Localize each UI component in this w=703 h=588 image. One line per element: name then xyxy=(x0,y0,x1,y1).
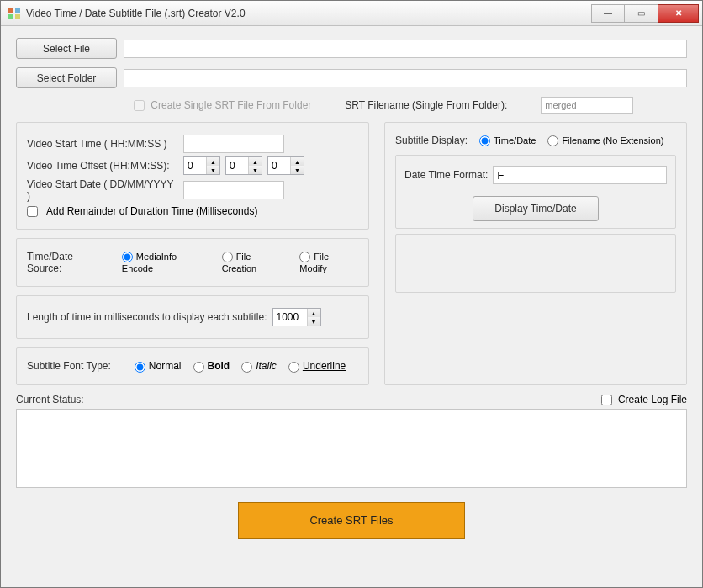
current-status-label: Current Status: xyxy=(16,394,84,405)
offset-s-up[interactable]: ▲ xyxy=(291,157,304,166)
display-timedate-label[interactable]: Time/Date xyxy=(494,135,536,146)
display-len-up[interactable]: ▲ xyxy=(308,309,320,317)
display-length-label: Length of time in milliseconds to displa… xyxy=(27,311,267,323)
offset-seconds-input[interactable] xyxy=(268,157,290,174)
source-creation-radio[interactable] xyxy=(222,252,233,262)
single-srt-row: Create Single SRT File From Folder SRT F… xyxy=(16,97,687,114)
font-bold-radio[interactable] xyxy=(193,362,204,373)
video-start-time-input[interactable] xyxy=(183,135,284,153)
maximize-button[interactable]: ▭ xyxy=(625,4,658,23)
date-time-format-input[interactable] xyxy=(493,166,667,184)
source-panel: Time/Date Source: MediaInfo Encode File … xyxy=(16,238,369,287)
offset-minutes-input[interactable] xyxy=(226,157,248,174)
titlebar: Video Time / Date Subtitle File (.srt) C… xyxy=(1,1,702,26)
offset-hours-spinner[interactable]: ▲▼ xyxy=(183,156,220,175)
offset-h-down[interactable]: ▼ xyxy=(207,166,219,174)
font-italic-label[interactable]: Italic xyxy=(256,360,277,372)
format-subpanel: Date Time Format: Display Time/Date xyxy=(395,155,676,229)
video-start-date-input[interactable] xyxy=(183,181,284,199)
source-mediainfo-radio[interactable] xyxy=(122,252,133,262)
svg-rect-0 xyxy=(8,8,13,13)
offset-hours-input[interactable] xyxy=(184,157,206,174)
offset-s-down[interactable]: ▼ xyxy=(291,166,304,174)
minimize-button[interactable]: — xyxy=(591,4,625,23)
close-button[interactable]: ✕ xyxy=(658,4,699,23)
main-columns: Video Start Time ( HH:MM:SS ) Video Time… xyxy=(16,122,687,385)
date-time-format-label: Date Time Format: xyxy=(404,169,488,181)
create-single-srt-wrap: Create Single SRT File From Folder xyxy=(134,99,311,111)
app-icon xyxy=(8,7,21,20)
window-controls: — ▭ ✕ xyxy=(591,4,699,23)
offset-m-up[interactable]: ▲ xyxy=(249,157,262,166)
video-time-offset-label: Video Time Offset (HH:MM:SS): xyxy=(27,160,178,172)
app-window: Video Time / Date Subtitle File (.srt) C… xyxy=(0,0,703,588)
video-time-panel: Video Start Time ( HH:MM:SS ) Video Time… xyxy=(16,122,369,230)
font-type-panel: Subtitle Font Type: Normal Bold Italic U… xyxy=(16,347,369,384)
srt-filename-input[interactable] xyxy=(541,97,633,114)
video-start-date-label: Video Start Date ( DD/MM/YYYY ) xyxy=(27,178,178,202)
add-remainder-label[interactable]: Add Remainder of Duration Time (Millisec… xyxy=(46,205,257,217)
display-timedate-radio[interactable] xyxy=(479,135,490,146)
window-title: Video Time / Date Subtitle File (.srt) C… xyxy=(26,8,591,19)
svg-rect-3 xyxy=(15,14,20,19)
select-file-row: Select File xyxy=(16,38,687,59)
display-length-spinner[interactable]: ▲▼ xyxy=(272,308,321,326)
svg-rect-1 xyxy=(15,8,20,13)
create-single-srt-checkbox xyxy=(134,100,145,111)
subtitle-display-label: Subtitle Display: xyxy=(395,135,468,146)
font-bold-label[interactable]: Bold xyxy=(208,360,230,372)
srt-filename-label: SRT Filename (Single From Folder): xyxy=(345,99,507,111)
file-path-input[interactable] xyxy=(124,40,687,58)
create-single-srt-label: Create Single SRT File From Folder xyxy=(151,99,311,111)
svg-rect-2 xyxy=(8,14,13,19)
create-log-label[interactable]: Create Log File xyxy=(618,394,687,405)
display-length-input[interactable] xyxy=(273,309,307,326)
offset-minutes-spinner[interactable]: ▲▼ xyxy=(225,156,262,175)
source-modify-radio[interactable] xyxy=(299,252,310,262)
create-srt-button[interactable]: Create SRT Files xyxy=(238,502,465,539)
status-section: Current Status: Create Log File xyxy=(16,394,687,490)
display-filename-radio[interactable] xyxy=(547,135,558,146)
font-normal-radio[interactable] xyxy=(135,362,145,373)
select-folder-row: Select Folder xyxy=(16,67,687,88)
display-length-panel: Length of time in milliseconds to displa… xyxy=(16,295,369,339)
folder-path-input[interactable] xyxy=(124,69,687,87)
time-date-source-label: Time/Date Source: xyxy=(27,251,110,274)
offset-m-down[interactable]: ▼ xyxy=(249,166,262,174)
video-start-time-label: Video Start Time ( HH:MM:SS ) xyxy=(27,138,178,150)
select-folder-button[interactable]: Select Folder xyxy=(16,67,117,88)
offset-seconds-spinner[interactable]: ▲▼ xyxy=(267,156,304,175)
right-column: Subtitle Display: Time/Date Filename (No… xyxy=(384,122,687,385)
font-italic-radio[interactable] xyxy=(241,362,252,373)
font-underline-label[interactable]: Underline xyxy=(303,360,346,372)
display-filename-label[interactable]: Filename (No Extension) xyxy=(562,135,663,146)
add-remainder-checkbox[interactable] xyxy=(27,206,38,217)
select-file-button[interactable]: Select File xyxy=(16,38,117,59)
subtitle-font-type-label: Subtitle Font Type: xyxy=(27,360,111,372)
preview-panel xyxy=(395,234,676,293)
display-len-down[interactable]: ▼ xyxy=(308,317,320,326)
offset-h-up[interactable]: ▲ xyxy=(207,157,219,166)
create-log-checkbox[interactable] xyxy=(601,395,612,405)
font-normal-label[interactable]: Normal xyxy=(149,360,182,372)
subtitle-display-panel: Subtitle Display: Time/Date Filename (No… xyxy=(384,122,687,385)
left-column: Video Start Time ( HH:MM:SS ) Video Time… xyxy=(16,122,369,385)
font-underline-radio[interactable] xyxy=(288,362,299,373)
display-time-date-button[interactable]: Display Time/Date xyxy=(473,196,599,221)
client-area: Select File Select Folder Create Single … xyxy=(1,26,702,587)
status-textarea[interactable] xyxy=(16,409,687,488)
